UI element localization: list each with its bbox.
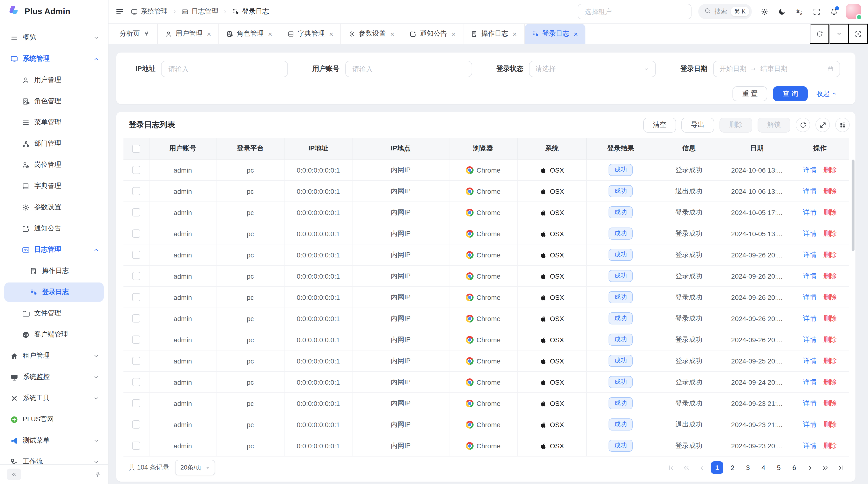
- sidebar-item-3[interactable]: 角色管理: [4, 92, 104, 111]
- sidebar-item-17[interactable]: 系统工具: [4, 389, 104, 408]
- sidebar-item-7[interactable]: 字典管理: [4, 176, 104, 196]
- sidebar-item-8[interactable]: 参数设置: [4, 198, 104, 217]
- detail-link[interactable]: 详情: [803, 420, 817, 428]
- breadcrumb-item-0[interactable]: 系统管理: [131, 7, 168, 16]
- sidebar-item-10[interactable]: DEV日志管理: [4, 240, 104, 259]
- hamburger-icon[interactable]: [115, 7, 124, 16]
- global-search[interactable]: 搜索 ⌘ K: [698, 4, 752, 19]
- row-checkbox[interactable]: [132, 357, 140, 365]
- filter-select[interactable]: 请选择: [529, 61, 656, 77]
- select-all-checkbox[interactable]: [132, 144, 140, 153]
- reset-button[interactable]: 重 置: [733, 86, 767, 101]
- delete-link[interactable]: 删除: [824, 293, 837, 300]
- filter-input-field[interactable]: [351, 65, 466, 73]
- detail-link[interactable]: 详情: [803, 208, 817, 216]
- sidebar-item-6[interactable]: 岗位管理: [4, 155, 104, 174]
- close-icon[interactable]: ×: [452, 30, 456, 37]
- row-checkbox[interactable]: [132, 187, 140, 195]
- user-avatar[interactable]: [846, 4, 861, 19]
- delete-link[interactable]: 删除: [824, 272, 837, 279]
- tab-6[interactable]: 操作日志×: [463, 24, 525, 44]
- detail-link[interactable]: 详情: [803, 399, 817, 407]
- row-checkbox[interactable]: [132, 378, 140, 386]
- detail-link[interactable]: 详情: [803, 293, 817, 300]
- column-settings-icon[interactable]: [835, 118, 850, 132]
- tab-3[interactable]: 字典管理×: [280, 24, 341, 44]
- tab-menu-chevron-icon[interactable]: [830, 24, 849, 44]
- page-first-icon[interactable]: [664, 461, 677, 474]
- tab-4[interactable]: 参数设置×: [341, 24, 402, 44]
- breadcrumb-item-2[interactable]: 登录日志: [232, 7, 269, 16]
- close-icon[interactable]: ×: [574, 30, 578, 37]
- row-checkbox[interactable]: [132, 293, 140, 301]
- delete-link[interactable]: 删除: [824, 166, 837, 173]
- page-number-6[interactable]: 6: [788, 461, 801, 474]
- row-checkbox[interactable]: [132, 421, 140, 429]
- tab-1[interactable]: 用户管理×: [158, 24, 219, 44]
- detail-link[interactable]: 详情: [803, 335, 817, 343]
- tab-refresh-icon[interactable]: [810, 24, 830, 44]
- row-checkbox[interactable]: [132, 336, 140, 344]
- sidebar-item-18[interactable]: PLUS官网: [4, 410, 104, 429]
- date-range-picker[interactable]: 开始日期结束日期: [713, 61, 840, 77]
- sidebar-item-11[interactable]: 操作日志: [4, 261, 104, 281]
- expand-icon[interactable]: [815, 118, 830, 132]
- language-translate-icon[interactable]: 文A: [795, 7, 803, 16]
- tenant-select-input[interactable]: [584, 7, 685, 16]
- filter-input-field[interactable]: [167, 65, 282, 73]
- tab-2[interactable]: 角色管理×: [219, 24, 280, 44]
- sidebar-collapse-button[interactable]: [7, 469, 21, 480]
- delete-link[interactable]: 删除: [824, 399, 837, 407]
- sidebar-item-15[interactable]: 租户管理: [4, 346, 104, 365]
- detail-link[interactable]: 详情: [803, 378, 817, 385]
- page-number-5[interactable]: 5: [773, 461, 785, 474]
- dark-mode-moon-icon[interactable]: [778, 7, 786, 16]
- page-next-icon[interactable]: [803, 461, 816, 474]
- search-button[interactable]: 查 询: [773, 86, 808, 101]
- sidebar-item-16[interactable]: 系统监控: [4, 367, 104, 387]
- detail-link[interactable]: 详情: [803, 314, 817, 322]
- detail-link[interactable]: 详情: [803, 229, 817, 237]
- page-double-prev-icon[interactable]: [680, 461, 692, 474]
- collapse-filter-button[interactable]: 收起: [813, 89, 840, 99]
- sidebar-item-14[interactable]: 客户端管理: [4, 325, 104, 344]
- sidebar-item-4[interactable]: 菜单管理: [4, 113, 104, 132]
- sidebar-item-9[interactable]: 通知公告: [4, 219, 104, 238]
- detail-link[interactable]: 详情: [803, 166, 817, 173]
- close-icon[interactable]: ×: [513, 30, 517, 37]
- page-number-3[interactable]: 3: [742, 461, 754, 474]
- notification-bell-icon[interactable]: [830, 7, 838, 16]
- tab-5[interactable]: 通知公告×: [402, 24, 463, 44]
- settings-gear-icon[interactable]: [761, 7, 769, 16]
- tenant-select[interactable]: [578, 4, 691, 19]
- detail-link[interactable]: 详情: [803, 356, 817, 364]
- sidebar-item-20[interactable]: 工作流: [4, 452, 104, 464]
- page-double-next-icon[interactable]: [819, 461, 831, 474]
- sidebar-item-0[interactable]: 概览: [4, 28, 104, 47]
- delete-link[interactable]: 删除: [824, 441, 837, 449]
- detail-link[interactable]: 详情: [803, 187, 817, 195]
- sidebar-item-13[interactable]: 文件管理: [4, 304, 104, 323]
- sidebar-item-5[interactable]: 部门管理: [4, 134, 104, 153]
- toolbar-button-1[interactable]: 导出: [681, 118, 714, 132]
- row-checkbox[interactable]: [132, 442, 140, 450]
- table-scrollbar[interactable]: [851, 160, 855, 251]
- tab-0[interactable]: 分析页: [112, 24, 158, 44]
- delete-link[interactable]: 删除: [824, 378, 837, 385]
- refresh-icon[interactable]: [796, 118, 810, 132]
- tab-fullscreen-icon[interactable]: [849, 24, 868, 44]
- brand[interactable]: Plus Admin: [0, 0, 108, 23]
- page-number-1[interactable]: 1: [711, 461, 723, 474]
- delete-link[interactable]: 删除: [824, 187, 837, 195]
- page-number-4[interactable]: 4: [757, 461, 770, 474]
- page-last-icon[interactable]: [834, 461, 847, 474]
- delete-link[interactable]: 删除: [824, 251, 837, 258]
- tab-7[interactable]: 登录日志×: [524, 24, 586, 44]
- delete-link[interactable]: 删除: [824, 229, 837, 237]
- row-checkbox[interactable]: [132, 208, 140, 217]
- close-icon[interactable]: ×: [207, 30, 211, 37]
- filter-input[interactable]: [161, 61, 288, 77]
- delete-link[interactable]: 删除: [824, 335, 837, 343]
- page-size-select[interactable]: 20条/页: [175, 460, 215, 475]
- row-checkbox[interactable]: [132, 166, 140, 174]
